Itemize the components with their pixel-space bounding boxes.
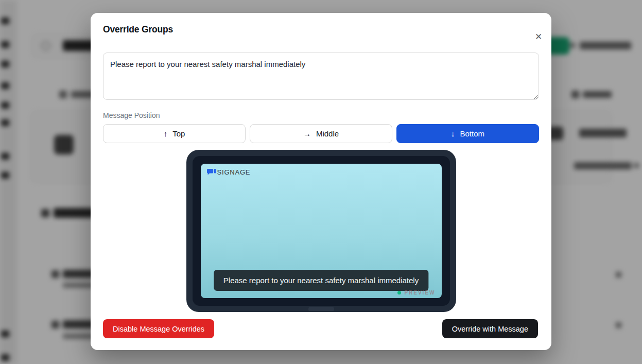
message-position-label: Message Position: [103, 111, 539, 119]
right-arrow-icon: →: [303, 129, 311, 138]
position-option-label: Bottom: [460, 129, 484, 138]
preview-message-banner: Please report to your nearest safety mar…: [214, 270, 428, 291]
position-option-bottom[interactable]: ↓ Bottom: [396, 124, 539, 143]
position-option-middle[interactable]: → Middle: [250, 124, 392, 143]
app-window: Override Groups ✕ Please report to your …: [0, 0, 642, 364]
position-option-label: Middle: [316, 129, 339, 138]
preview-status-label: PREVIEW: [404, 290, 435, 296]
pisignage-logo-icon: [207, 169, 216, 176]
preview-screen: SIGNAGE Please report to your nearest sa…: [201, 164, 442, 298]
close-icon[interactable]: ✕: [533, 31, 544, 43]
override-groups-modal: Override Groups ✕ Please report to your …: [91, 13, 551, 350]
position-options: ↑ Top → Middle ↓ Bottom: [103, 124, 539, 143]
position-option-top[interactable]: ↑ Top: [103, 124, 246, 143]
position-option-label: Top: [172, 129, 185, 138]
down-arrow-icon: ↓: [451, 129, 455, 138]
tv-stand: [308, 307, 334, 311]
tv-preview-frame: SIGNAGE Please report to your nearest sa…: [186, 150, 456, 312]
modal-title: Override Groups: [103, 24, 539, 35]
modal-footer: Disable Message Overrides Override with …: [103, 319, 538, 338]
brand-text: SIGNAGE: [217, 168, 251, 176]
up-arrow-icon: ↑: [164, 129, 168, 138]
override-message-input[interactable]: Please report to your nearest safety mar…: [103, 53, 539, 100]
override-with-message-button[interactable]: Override with Message: [442, 319, 538, 338]
preview-status: PREVIEW: [397, 290, 435, 296]
pisignage-logo: SIGNAGE: [207, 168, 251, 176]
tv-bezel: SIGNAGE Please report to your nearest sa…: [193, 156, 450, 306]
disable-message-overrides-button[interactable]: Disable Message Overrides: [103, 319, 214, 338]
online-dot-icon: [397, 291, 401, 294]
